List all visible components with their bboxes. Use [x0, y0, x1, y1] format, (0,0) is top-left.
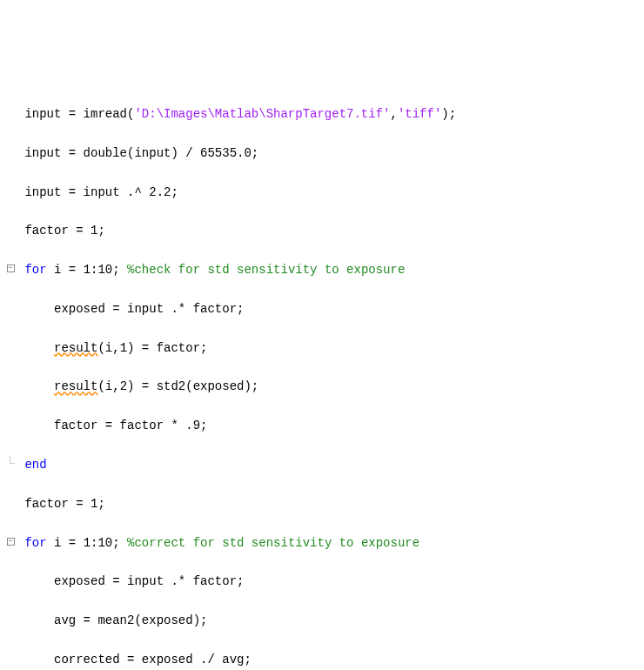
fold-minus-icon[interactable]: − [7, 538, 15, 546]
string-literal: 'D:\Images\Matlab\SharpTarget7.tif' [134, 107, 390, 121]
code-line[interactable]: factor = 1; [3, 221, 644, 240]
code-line[interactable]: input = imread('D:\Images\Matlab\SharpTa… [3, 104, 644, 124]
comment: %correct for std sensitivity to exposure [127, 536, 419, 550]
code-text: factor = factor * .9; [17, 419, 207, 432]
warning-underline: result [54, 379, 97, 393]
keyword: for [24, 536, 46, 550]
code-text: avg = mean2(exposed); [17, 613, 207, 627]
keyword: for [24, 263, 46, 277]
code-line[interactable]: factor = 1; [3, 494, 644, 513]
code-line[interactable]: result(i,2) = std2(exposed); [3, 377, 644, 396]
code-text: input = input .^ 2.2; [17, 185, 178, 199]
keyword: end [24, 458, 46, 472]
code-line[interactable]: exposed = input .* factor; [3, 572, 644, 591]
fold-minus-icon[interactable]: − [7, 265, 15, 272]
code-text: exposed = input .* factor; [17, 574, 244, 588]
code-line[interactable]: input = double(input) / 65535.0; [3, 144, 644, 163]
code-line[interactable]: − for i = 1:10; %check for std sensitivi… [3, 260, 644, 279]
code-text: input = imread( [17, 107, 134, 121]
code-line[interactable]: − for i = 1:10; %correct for std sensiti… [3, 533, 644, 553]
code-line[interactable]: end [3, 455, 644, 474]
code-text: input = double(input) / 65535.0; [17, 146, 258, 160]
code-line[interactable]: avg = mean2(exposed); [3, 611, 644, 630]
code-line[interactable]: corrected = exposed ./ avg; [3, 650, 644, 669]
code-text: factor = 1; [17, 224, 105, 238]
code-editor[interactable]: input = imread('D:\Images\Matlab\SharpTa… [3, 85, 644, 670]
code-line[interactable]: factor = factor * .9; [3, 416, 644, 435]
gutter [3, 455, 17, 471]
string-literal: 'tiff' [398, 107, 441, 121]
code-line[interactable]: exposed = input .* factor; [3, 299, 644, 318]
gutter[interactable]: − [3, 260, 17, 276]
code-text: exposed = input .* factor; [17, 302, 244, 316]
comment: %check for std sensitivity to exposure [127, 263, 405, 277]
code-line[interactable]: input = input .^ 2.2; [3, 183, 644, 202]
warning-underline: result [54, 341, 97, 355]
code-line[interactable]: result(i,1) = factor; [3, 338, 644, 358]
gutter[interactable]: − [3, 533, 17, 549]
fold-end-icon [6, 456, 15, 465]
code-text: corrected = exposed ./ avg; [17, 653, 252, 667]
code-text: factor = 1; [17, 497, 105, 511]
